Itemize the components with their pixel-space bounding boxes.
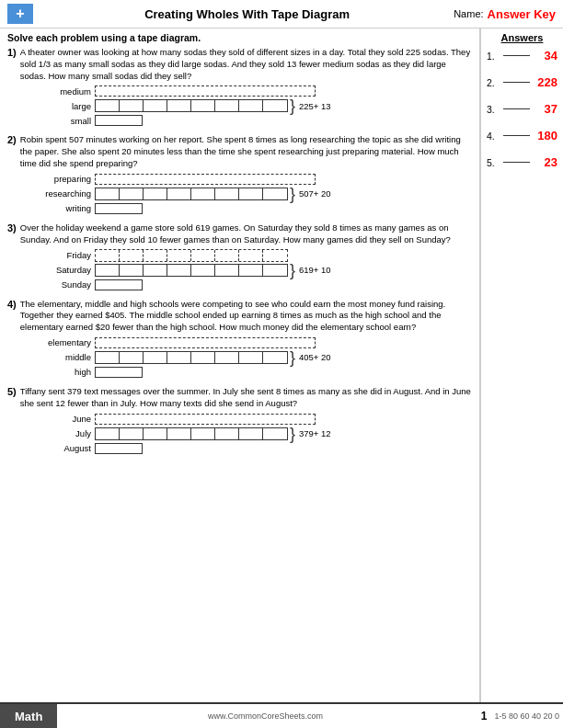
tape-row: Saturday } 619+ 10 <box>35 264 472 277</box>
tape-single <box>95 115 143 126</box>
answer-num: 4. <box>487 131 501 142</box>
problem-5-num: 5) <box>7 386 17 397</box>
tape-bar-container <box>95 249 472 262</box>
problem-2-num: 2) <box>7 134 17 145</box>
problem-5-text: Tiffany sent 379 text messages over the … <box>20 386 472 410</box>
problem-4-num: 4) <box>7 299 17 310</box>
tape-segment <box>96 265 120 276</box>
tape-segment <box>191 250 215 261</box>
tape-brace: } <box>290 262 295 279</box>
answer-value: 228 <box>532 75 557 89</box>
tape-segment <box>263 250 287 261</box>
problem-1: 1) A theater owner was looking at how ma… <box>7 47 472 127</box>
problem-3-num: 3) <box>7 222 17 233</box>
tape-segment <box>167 428 191 439</box>
problem-4-text: The elementary, middle and high schools … <box>20 299 472 334</box>
tape-label: Saturday <box>35 265 95 275</box>
tape-segment <box>167 188 191 199</box>
tape-segments <box>95 427 288 440</box>
tape-bar-container <box>95 203 472 214</box>
problem-1-num: 1) <box>7 47 17 58</box>
tape-label: July <box>35 428 95 438</box>
tape-segment <box>191 100 215 111</box>
tape-segment <box>167 100 191 111</box>
tape-label: middle <box>35 352 95 362</box>
tape-segment <box>191 188 215 199</box>
tape-brace: } <box>290 97 295 114</box>
tape-segment <box>215 250 239 261</box>
problem-4-header: 4) The elementary, middle and high schoo… <box>7 299 472 334</box>
tape-row: writing <box>35 202 472 215</box>
tape-bar-dashed <box>95 414 316 425</box>
problem-1-text: A theater owner was looking at how many … <box>20 47 472 82</box>
answer-num: 1. <box>487 51 501 62</box>
answer-item-2: 2. 228 <box>487 75 557 89</box>
problem-4: 4) The elementary, middle and high schoo… <box>7 299 472 379</box>
header: + Creating Wholes With Tape Diagram Name… <box>0 0 563 28</box>
tape-segment <box>239 265 263 276</box>
tape-row: medium <box>35 85 472 97</box>
footer: Math www.CommonCoreSheets.com 1 1-5 80 6… <box>0 702 563 728</box>
tape-label: Sunday <box>35 279 95 290</box>
tape-bar-container <box>95 367 472 378</box>
tape-segments <box>95 351 288 364</box>
tape-segment <box>215 352 239 363</box>
answer-value: 34 <box>532 49 557 63</box>
tape-segment <box>96 250 120 261</box>
answer-num: 5. <box>487 157 501 168</box>
tape-label: August <box>35 443 95 453</box>
tape-bar-container <box>95 115 472 126</box>
tape-row: preparing <box>35 173 472 186</box>
tape-label: high <box>35 367 95 377</box>
tape-bar-container <box>95 414 472 425</box>
tape-segment <box>96 100 120 111</box>
tape-bar-container <box>95 443 472 454</box>
tape-bar-dashed <box>95 174 316 185</box>
tape-bar-container: } 225+ 13 <box>95 97 472 114</box>
tape-label-right: 619+ 10 <box>299 265 331 275</box>
answer-value: 37 <box>532 102 557 116</box>
answer-line <box>503 82 530 83</box>
tape-segment <box>120 100 144 111</box>
tape-segment <box>239 352 263 363</box>
tape-segment <box>191 428 215 439</box>
tape-bar-container <box>95 85 472 97</box>
problem-4-diagram: elementary middle <box>35 336 472 379</box>
tape-label-right: 379+ 12 <box>299 428 331 438</box>
name-label: Name: <box>454 8 483 19</box>
tape-row: high <box>35 366 472 379</box>
tape-label: small <box>35 116 95 126</box>
footer-url: www.CommonCoreSheets.com <box>57 711 473 721</box>
answer-item-4: 4. 180 <box>487 129 557 142</box>
tape-segment <box>239 188 263 199</box>
tape-segment <box>96 428 120 439</box>
problem-3: 3) Over the holiday weekend a game store… <box>7 222 472 291</box>
logo: + <box>7 4 33 24</box>
tape-segment <box>239 250 263 261</box>
tape-segments <box>95 99 288 112</box>
tape-brace: } <box>290 349 295 366</box>
tape-label: Friday <box>35 250 95 260</box>
problem-2-header: 2) Robin spent 507 minutes working on he… <box>7 134 472 169</box>
problem-5-diagram: June July <box>35 413 472 455</box>
tape-row: middle } 405+ 20 <box>35 351 472 364</box>
tape-segment <box>167 265 191 276</box>
answer-value: 23 <box>532 155 557 169</box>
tape-segment <box>96 352 120 363</box>
tape-segment <box>215 188 239 199</box>
tape-segment <box>263 265 287 276</box>
tape-single <box>95 367 143 378</box>
tape-label: preparing <box>35 174 95 184</box>
tape-segment <box>191 265 215 276</box>
footer-scores: 1-5 80 60 40 20 0 <box>494 711 563 721</box>
answers-sidebar: Answers 1. 34 2. 228 3. 37 4. 180 5. 23 <box>480 28 563 703</box>
answer-num: 3. <box>487 104 501 115</box>
tape-segment <box>120 188 144 199</box>
problem-2: 2) Robin spent 507 minutes working on he… <box>7 134 472 214</box>
tape-bar-container <box>95 337 472 348</box>
tape-brace: } <box>290 186 295 202</box>
page-title: Creating Wholes With Tape Diagram <box>40 7 454 21</box>
tape-label-right: 405+ 20 <box>299 352 331 362</box>
tape-row: small <box>35 114 472 127</box>
problems-area: Solve each problem using a tape diagram.… <box>0 28 480 703</box>
